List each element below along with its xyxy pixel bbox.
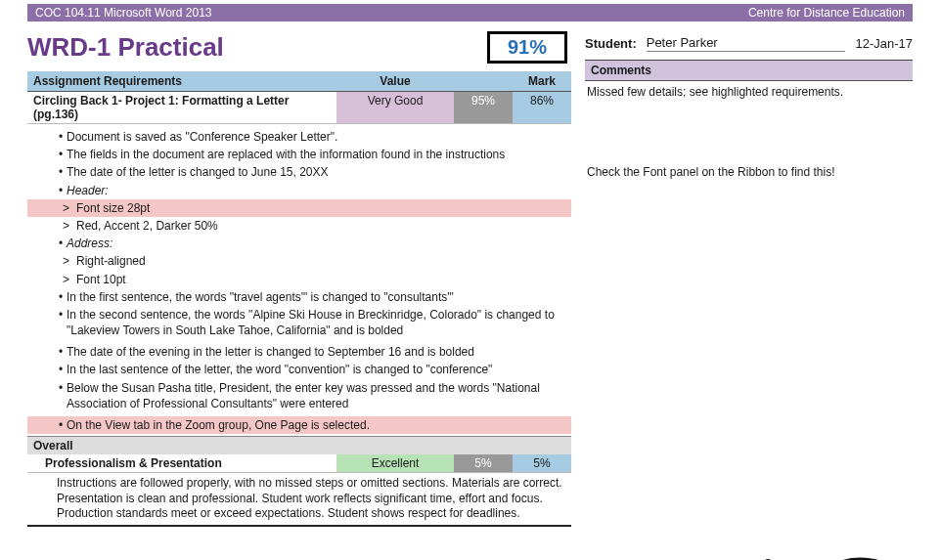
student-row: Student: Peter Parker 12-Jan-17 xyxy=(585,22,913,61)
comment-text: Missed few details; see highlighted requ… xyxy=(585,81,913,103)
requirements-header: Assignment Requirements Value Mark xyxy=(27,71,571,92)
comments-header: Comments xyxy=(585,61,913,81)
req-item: Below the Susan Pasha title, President, … xyxy=(67,380,571,411)
req-item: The date of the letter is changed to Jun… xyxy=(67,164,571,180)
right-column: Student: Peter Parker 12-Jan-17 Comments… xyxy=(585,22,913,527)
comment-text: Check the Font panel on the Ribbon to fi… xyxy=(585,161,913,183)
project-title: Circling Back 1- Project 1: Formatting a… xyxy=(27,92,336,123)
hdr-pct xyxy=(454,71,513,91)
project-rating: Very Good xyxy=(336,92,454,123)
prof-rating: Excellent xyxy=(336,454,454,472)
req-item-hl: On the View tab in the Zoom group, One P… xyxy=(67,417,571,433)
page-title: WRD-1 Practical xyxy=(27,32,224,63)
signature-icon xyxy=(666,544,901,560)
hdr-mark: Mark xyxy=(513,71,571,91)
prof-mark: 5% xyxy=(513,454,571,472)
project-row: Circling Back 1- Project 1: Formatting a… xyxy=(27,92,571,124)
req-item-header: Header: xyxy=(67,183,571,198)
student-name: Peter Parker xyxy=(647,35,846,52)
overall-score: 91% xyxy=(487,31,567,64)
top-bar: COC 104.11 Microsoft Word 2013 Centre fo… xyxy=(27,4,913,22)
req-item: In the last sentence of the letter, the … xyxy=(67,362,571,377)
req-subitem-hl: Font size 28pt xyxy=(76,200,571,216)
req-item: The date of the evening in the letter is… xyxy=(67,344,571,360)
signature xyxy=(656,544,911,560)
overall-header: Overall xyxy=(27,436,571,454)
prof-title: Professionalism & Presentation xyxy=(27,454,336,472)
student-label: Student: xyxy=(585,36,637,51)
left-column: WRD-1 Practical 91% Assignment Requireme… xyxy=(27,22,571,527)
prof-pct: 5% xyxy=(454,454,513,472)
eval-date: 12-Jan-17 xyxy=(855,36,913,51)
prof-desc: Instructions are followed properly, with… xyxy=(27,473,571,527)
project-pct: 95% xyxy=(454,92,513,123)
org-name: Centre for Distance Education xyxy=(748,6,905,20)
hdr-req: Assignment Requirements xyxy=(27,71,336,91)
req-item-address: Address: xyxy=(67,236,571,251)
req-subitem: Right-aligned xyxy=(76,253,571,269)
req-subitem: Font 10pt xyxy=(76,272,571,287)
requirement-list: •Document is saved as "Conference Speake… xyxy=(27,124,571,436)
professionalism-row: Professionalism & Presentation Excellent… xyxy=(27,454,571,473)
req-item: The fields in the document are replaced … xyxy=(67,147,571,162)
req-item: Document is saved as "Conference Speaker… xyxy=(67,129,571,145)
req-item: In the first sentence, the words "travel… xyxy=(67,289,571,305)
project-mark: 86% xyxy=(513,92,571,123)
course-code: COC 104.11 Microsoft Word 2013 xyxy=(35,6,212,20)
req-item: In the second sentence, the words "Alpin… xyxy=(67,307,571,338)
hdr-value: Value xyxy=(336,71,454,91)
evaluated-row: Evaluated by: xyxy=(0,527,940,560)
req-subitem: Red, Accent 2, Darker 50% xyxy=(76,218,571,234)
